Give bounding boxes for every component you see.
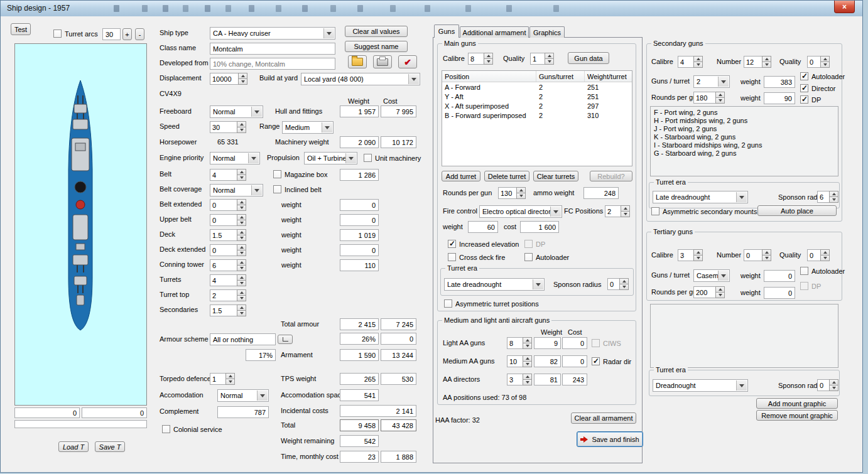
tertiary-quality-spinner[interactable]: 0 xyxy=(807,249,830,261)
turret-arcs-decrease-button[interactable]: - xyxy=(135,28,144,40)
tertiary-rounds-spinner[interactable]: 200 xyxy=(693,286,725,298)
spinner-down-icon[interactable] xyxy=(829,385,838,391)
spinner-down-icon[interactable] xyxy=(545,58,554,65)
spinner-down-icon[interactable] xyxy=(237,220,246,226)
spinner-up-icon[interactable] xyxy=(820,249,830,255)
spinner-down-icon[interactable] xyxy=(237,175,246,181)
mount-list-item[interactable]: G - Starboard wing, 2 guns xyxy=(654,149,835,158)
turret-top-value[interactable]: 2 xyxy=(210,289,237,301)
light-aa-spinner[interactable]: 8 xyxy=(507,337,532,349)
deck-extended-value[interactable]: 0 xyxy=(210,244,237,256)
upper-belt-value[interactable]: 0 xyxy=(210,214,237,226)
spinner-up-icon[interactable] xyxy=(237,304,246,310)
open-design-button[interactable] xyxy=(348,55,367,68)
secondary-number-value[interactable]: 12 xyxy=(744,56,762,68)
spinner-down-icon[interactable] xyxy=(237,295,246,301)
spinner-down-icon[interactable] xyxy=(484,58,493,65)
speed-value[interactable]: 30 xyxy=(210,121,237,133)
spinner-up-icon[interactable] xyxy=(225,373,235,379)
turrets-value[interactable]: 4 xyxy=(210,274,237,286)
conning-tower-value[interactable]: 6 xyxy=(210,259,237,271)
spinner-up-icon[interactable] xyxy=(545,53,554,58)
dropdown-arrow-icon[interactable] xyxy=(322,122,332,132)
main-rounds-per-gun-spinner[interactable]: 130 xyxy=(498,187,526,199)
mount-list-item[interactable]: K - Starboard wing, 2 guns xyxy=(654,133,835,141)
secondary-quality-value[interactable]: 0 xyxy=(807,56,820,68)
armour-scheme-picker-button[interactable] xyxy=(278,335,293,344)
class-name-input[interactable]: Montcalm xyxy=(210,43,335,55)
spinner-up-icon[interactable] xyxy=(829,191,838,197)
mount-list-item[interactable]: I - Starboard midships wing, 2 guns xyxy=(654,141,835,149)
clear-all-armament-button[interactable]: Clear all armament xyxy=(571,412,636,424)
dropdown-arrow-icon[interactable] xyxy=(718,77,729,87)
secondary-autoloader-checkbox[interactable]: Autoloader xyxy=(800,72,845,80)
secondary-guns-per-turret-select[interactable]: 2 xyxy=(693,75,730,88)
propulsion-select[interactable]: Oil + Turbine xyxy=(304,152,357,164)
tab-graphics[interactable]: Graphics xyxy=(529,26,565,38)
spinner-up-icon[interactable] xyxy=(237,274,246,280)
titlebar[interactable]: Ship design - 1957 × xyxy=(1,1,862,17)
spinner-down-icon[interactable] xyxy=(715,292,725,298)
dropdown-arrow-icon[interactable] xyxy=(323,28,334,38)
delete-turret-button[interactable]: Delete turret xyxy=(484,171,529,181)
dropdown-arrow-icon[interactable] xyxy=(718,271,729,281)
radar-director-checkbox[interactable]: Radar dir xyxy=(592,357,631,365)
secondary-dp-checkbox[interactable]: DP xyxy=(800,95,821,104)
mount-list-item[interactable]: H - Port midships wing, 2 guns xyxy=(654,117,835,125)
range-select[interactable]: Medium xyxy=(282,121,334,134)
turret-row[interactable]: Y - Aft 2 251 xyxy=(442,92,632,101)
spinner-down-icon[interactable] xyxy=(237,205,246,211)
dropdown-arrow-icon[interactable] xyxy=(408,74,419,84)
spinner-down-icon[interactable] xyxy=(693,62,703,68)
spinner-down-icon[interactable] xyxy=(715,97,725,104)
medium-aa-spinner[interactable]: 10 xyxy=(507,355,532,367)
accomodation-select[interactable]: Normal xyxy=(217,389,269,402)
ship-design-canvas[interactable] xyxy=(14,43,147,406)
deck-value[interactable]: 1.5 xyxy=(210,229,237,241)
add-mount-graphic-button[interactable]: Add mount graphic xyxy=(756,398,838,409)
spinner-up-icon[interactable] xyxy=(237,214,246,220)
upper-belt-spinner[interactable]: 0 xyxy=(210,214,246,226)
secondary-number-spinner[interactable]: 12 xyxy=(744,56,771,68)
secondaries-value[interactable]: 1.5 xyxy=(210,304,237,316)
colonial-service-checkbox[interactable]: Colonial service xyxy=(162,425,222,433)
spinner-up-icon[interactable] xyxy=(715,92,725,97)
dropdown-arrow-icon[interactable] xyxy=(248,153,259,163)
tertiary-rounds-value[interactable]: 200 xyxy=(693,286,715,298)
mount-list-item[interactable]: J - Port wing, 2 guns xyxy=(654,125,835,133)
cross-deck-fire-checkbox[interactable]: Cross deck fire xyxy=(448,253,505,261)
turret-row[interactable]: B - Forward superimposed 2 310 xyxy=(442,110,632,120)
clear-turrets-button[interactable]: Clear turrets xyxy=(533,171,578,181)
spinner-up-icon[interactable] xyxy=(715,286,725,292)
dropdown-arrow-icon[interactable] xyxy=(251,185,262,195)
dropdown-arrow-icon[interactable] xyxy=(345,153,356,163)
main-quality-spinner[interactable]: 1 xyxy=(530,53,554,65)
tertiary-quality-value[interactable]: 0 xyxy=(807,249,820,261)
spinner-down-icon[interactable] xyxy=(237,310,246,316)
spinner-up-icon[interactable] xyxy=(523,337,532,343)
secondary-quality-spinner[interactable]: 0 xyxy=(807,56,830,68)
spinner-down-icon[interactable] xyxy=(523,361,532,367)
close-button[interactable]: × xyxy=(834,1,855,13)
spinner-up-icon[interactable] xyxy=(237,121,246,127)
main-sponson-radius-spinner[interactable]: 0 xyxy=(607,278,629,290)
spinner-up-icon[interactable] xyxy=(238,73,247,78)
secondary-turret-era-select[interactable]: Late dreadnought xyxy=(653,191,748,203)
turret-arcs-increase-button[interactable]: + xyxy=(122,28,132,40)
fc-positions-value[interactable]: 2 xyxy=(605,205,621,217)
spinner-down-icon[interactable] xyxy=(237,235,246,241)
dropdown-arrow-icon[interactable] xyxy=(736,192,747,202)
tertiary-sponson-radius-value[interactable]: 0 xyxy=(817,379,829,391)
asymmetric-secondary-mounts-checkbox[interactable]: Asymmetric secondary mounts xyxy=(651,207,757,215)
spinner-down-icon[interactable] xyxy=(237,265,246,271)
spinner-down-icon[interactable] xyxy=(693,255,703,261)
spinner-up-icon[interactable] xyxy=(237,289,246,295)
fire-control-select[interactable]: Electro optical director xyxy=(479,205,562,218)
main-guns-turret-table[interactable]: Position Guns/turret Weight/turret A - F… xyxy=(442,70,632,166)
tertiary-turret-era-select[interactable]: Dreadnought xyxy=(653,379,748,392)
suggest-name-button[interactable]: Suggest name xyxy=(345,41,408,52)
spinner-up-icon[interactable] xyxy=(762,249,771,255)
turrets-spinner[interactable]: 4 xyxy=(210,274,246,286)
spinner-up-icon[interactable] xyxy=(484,53,493,58)
tertiary-number-value[interactable]: 0 xyxy=(744,249,762,261)
